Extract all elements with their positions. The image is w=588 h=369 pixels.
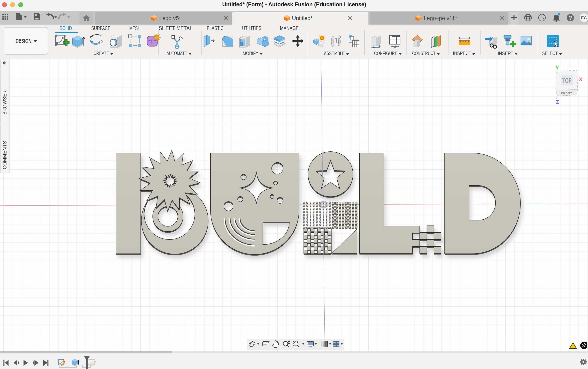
svg-text:FRONT: FRONT (561, 92, 572, 95)
svg-text:TOP: TOP (562, 77, 572, 84)
svg-text:MODIFY: MODIFY (243, 51, 258, 56)
svg-text:MANAGE: MANAGE (280, 25, 299, 31)
svg-text:Lego–pe v11*: Lego–pe v11* (424, 15, 457, 21)
svg-text:?: ? (569, 15, 572, 21)
svg-text:Z: Z (556, 99, 559, 105)
svg-text:MESH: MESH (129, 25, 140, 31)
svg-text:CONSTRUCT: CONSTRUCT (412, 51, 436, 56)
svg-text:COMMENTS: COMMENTS (2, 141, 8, 169)
svg-text:X: X (579, 76, 583, 82)
svg-text:BROWSER: BROWSER (2, 90, 8, 115)
svg-text:SELECT: SELECT (542, 51, 558, 56)
svg-text:DESIGN: DESIGN (16, 38, 31, 44)
svg-text:PLASTIC: PLASTIC (207, 25, 224, 31)
svg-text:CONFIGURE: CONFIGURE (374, 51, 397, 56)
svg-text:Lego v5*: Lego v5* (159, 15, 181, 21)
svg-text:AUTOMATE: AUTOMATE (167, 51, 187, 56)
svg-text:Untitled* (Form) - Autodesk Fu: Untitled* (Form) - Autodesk Fusion (Educ… (222, 1, 366, 8)
svg-text:INSERT: INSERT (498, 51, 513, 56)
svg-text:ASSEMBLE: ASSEMBLE (324, 51, 345, 56)
svg-text:INSPECT: INSPECT (453, 51, 471, 56)
svg-text:SHEET METAL: SHEET METAL (159, 25, 192, 31)
svg-text:CREATE: CREATE (93, 51, 109, 56)
svg-text:Untitled*: Untitled* (292, 15, 313, 21)
svg-text:SOLID: SOLID (60, 25, 72, 31)
svg-text:UTILITIES: UTILITIES (242, 25, 261, 31)
svg-text:EC: EC (581, 15, 587, 20)
svg-text:SURFACE: SURFACE (91, 25, 110, 31)
